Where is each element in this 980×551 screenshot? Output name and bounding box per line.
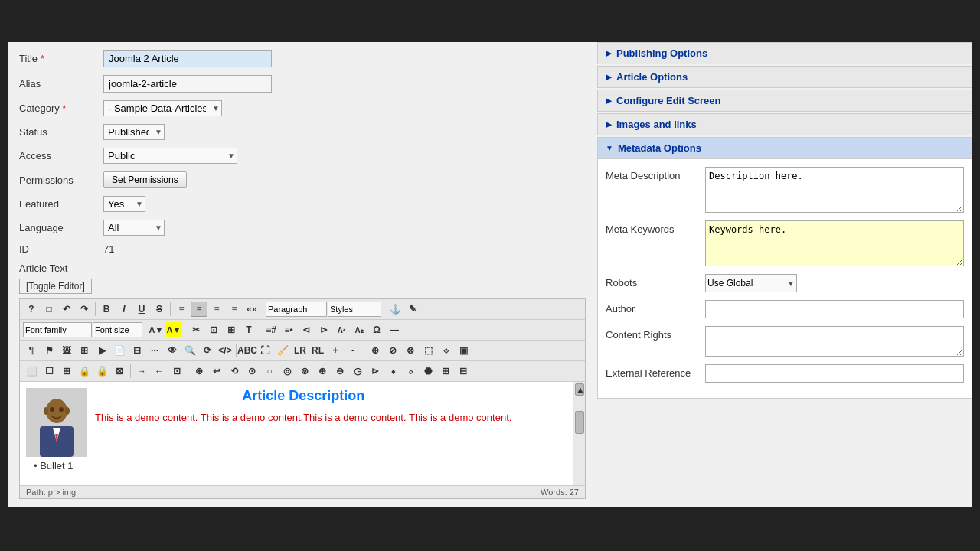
toolbar-preview-btn[interactable]: 👁 [164, 343, 181, 358]
font-family-select[interactable]: Font family [23, 322, 92, 337]
styles-select[interactable]: Styles [328, 302, 381, 317]
toolbar-replace-btn[interactable]: ⟳ [199, 343, 216, 358]
alias-input[interactable] [103, 75, 272, 93]
status-select[interactable]: Published Unpublished Archived Trashed [103, 124, 165, 140]
toolbar-misc2-btn[interactable]: ☐ [41, 364, 57, 379]
toolbar-format-btn[interactable]: «» [243, 302, 260, 317]
toolbar-misc22-btn[interactable]: ⬦ [402, 364, 419, 379]
toolbar-bold-btn[interactable]: B [98, 302, 115, 317]
toolbar-ul-btn[interactable]: ≡• [280, 322, 297, 337]
access-select[interactable]: Public Registered Special [103, 148, 237, 164]
toolbar-misc13-btn[interactable]: ⊙ [243, 364, 260, 379]
editor-content-area[interactable]: Article Description This is a demo conte… [20, 382, 585, 485]
toolbar-help-btn[interactable]: ? [23, 302, 40, 317]
toolbar-indent-btn[interactable]: ⊳ [315, 322, 332, 337]
toolbar-misc4-btn[interactable]: 🔒 [76, 364, 93, 379]
title-input[interactable] [103, 50, 272, 67]
toolbar-cut-btn[interactable]: ✂ [188, 322, 204, 337]
toolbar-misc18-btn[interactable]: ⊖ [332, 364, 348, 379]
toolbar-cleanup-btn[interactable]: 🧹 [274, 343, 291, 358]
toolbar-media-btn[interactable]: ▶ [93, 343, 110, 358]
toolbar-extra4-btn[interactable]: ⬚ [420, 343, 436, 358]
toolbar-justify-btn[interactable]: ≡ [226, 302, 243, 317]
toolbar-misc5-btn[interactable]: 🔓 [93, 364, 110, 379]
toolbar-ol-btn[interactable]: ≡# [263, 322, 279, 337]
toolbar-strike-btn[interactable]: S [151, 302, 168, 317]
toolbar-fullscreen-btn[interactable]: ⛶ [256, 343, 273, 358]
toolbar-new-doc-btn[interactable]: □ [41, 302, 57, 317]
toolbar-unlink-btn[interactable]: ✎ [404, 302, 421, 317]
toolbar-find-btn[interactable]: 🔍 [181, 343, 198, 358]
font-size-select[interactable]: Font size [93, 322, 142, 337]
toolbar-misc23-btn[interactable]: ⬣ [420, 364, 436, 379]
toolbar-underline-btn[interactable]: U [133, 302, 150, 317]
toolbar-misc24-btn[interactable]: ⊞ [437, 364, 454, 379]
toolbar-misc15-btn[interactable]: ◎ [279, 364, 296, 379]
toolbar-align-left-btn[interactable]: ≡ [173, 302, 190, 317]
toolbar-misc1-btn[interactable]: ⬜ [23, 364, 40, 379]
toolbar-link-btn[interactable]: ⚓ [387, 302, 403, 317]
toolbar-ltr-btn[interactable]: LR [292, 343, 309, 358]
toolbar-super-btn[interactable]: A² [333, 322, 350, 337]
toolbar-extra1-btn[interactable]: ⊕ [367, 343, 384, 358]
toolbar-extra6-btn[interactable]: ▣ [455, 343, 472, 358]
toolbar-copy-btn[interactable]: ⊡ [205, 322, 222, 337]
meta-keywords-textarea[interactable]: Keywords here. [705, 220, 964, 266]
meta-description-textarea[interactable]: Description here. [705, 167, 964, 213]
toolbar-spellcheck-btn[interactable]: ABC [239, 343, 256, 358]
toolbar-misc20-btn[interactable]: ⊳ [367, 364, 384, 379]
toolbar-misc10-btn[interactable]: ⊛ [191, 364, 207, 379]
toolbar-paste-text-btn[interactable]: T [240, 322, 257, 337]
toolbar-misc9-btn[interactable]: ⊡ [168, 364, 185, 379]
toolbar-redo-btn[interactable]: ↷ [76, 302, 93, 317]
author-input[interactable] [705, 300, 964, 318]
toolbar-misc8-btn[interactable]: ← [151, 364, 168, 379]
toolbar-zoom-in-btn[interactable]: + [327, 343, 344, 358]
external-reference-input[interactable] [705, 364, 964, 383]
toolbar-bg-color-btn[interactable]: A▼ [165, 322, 182, 337]
toolbar-readmore-btn[interactable]: ··· [146, 343, 163, 358]
toolbar-misc16-btn[interactable]: ⊚ [296, 364, 313, 379]
toolbar-misc19-btn[interactable]: ◷ [349, 364, 366, 379]
toolbar-table-btn[interactable]: ⊞ [76, 343, 93, 358]
toolbar-anchor-btn[interactable]: ⚑ [41, 343, 57, 358]
content-rights-textarea[interactable] [705, 326, 964, 357]
toolbar-rtl-btn[interactable]: RL [309, 343, 326, 358]
toolbar-code-btn[interactable]: </> [217, 343, 234, 358]
toolbar-outdent-btn[interactable]: ⊲ [298, 322, 315, 337]
featured-select[interactable]: Yes No [103, 196, 145, 212]
robots-select[interactable]: Use Global Index, Follow No Index, No Fo… [705, 274, 797, 292]
toolbar-misc3-btn[interactable]: ⊞ [58, 364, 75, 379]
toggle-editor-button[interactable]: [Toggle Editor] [19, 279, 92, 294]
accordion-article-options-header[interactable]: ▶ Article Options [598, 67, 972, 87]
toolbar-undo-btn[interactable]: ↶ [58, 302, 75, 317]
accordion-configure-edit-screen-header[interactable]: ▶ Configure Edit Screen [598, 90, 972, 111]
category-select[interactable]: - Sample Data-Articles [103, 100, 222, 116]
toolbar-italic-btn[interactable]: I [116, 302, 132, 317]
language-select[interactable]: All English [103, 220, 165, 236]
toolbar-hr-btn[interactable]: — [386, 322, 403, 337]
toolbar-extra2-btn[interactable]: ⊘ [384, 343, 401, 358]
editor-scrollbar[interactable]: ▲ [573, 382, 585, 485]
toolbar-misc25-btn[interactable]: ⊟ [455, 364, 472, 379]
paragraph-select[interactable]: Paragraph Heading 1 Heading 2 [266, 302, 327, 317]
toolbar-paste-btn[interactable]: ⊞ [223, 322, 240, 337]
toolbar-extra5-btn[interactable]: ⟐ [437, 343, 454, 358]
set-permissions-button[interactable]: Set Permissions [103, 171, 187, 188]
accordion-images-and-links-header[interactable]: ▶ Images and links [598, 114, 972, 135]
toolbar-misc6-btn[interactable]: ⊠ [111, 364, 128, 379]
toolbar-align-center-btn[interactable]: ≡ [191, 302, 207, 317]
toolbar-misc17-btn[interactable]: ⊕ [314, 364, 331, 379]
toolbar-zoom-out-btn[interactable]: - [345, 343, 361, 358]
toolbar-misc7-btn[interactable]: → [133, 364, 150, 379]
toolbar-misc21-btn[interactable]: ⬧ [384, 364, 401, 379]
toolbar-fg-color-btn[interactable]: A▼ [148, 322, 165, 337]
toolbar-extra3-btn[interactable]: ⊗ [402, 343, 419, 358]
toolbar-image-btn[interactable]: 🖼 [58, 343, 75, 358]
toolbar-para-btn[interactable]: ¶ [23, 343, 40, 358]
toolbar-sub-btn[interactable]: A₂ [351, 322, 368, 337]
toolbar-article-btn[interactable]: 📄 [111, 343, 128, 358]
toolbar-pagebreak-btn[interactable]: ⊟ [129, 343, 145, 358]
accordion-publishing-options-header[interactable]: ▶ Publishing Options [598, 43, 972, 64]
toolbar-special-char-btn[interactable]: Ω [368, 322, 385, 337]
